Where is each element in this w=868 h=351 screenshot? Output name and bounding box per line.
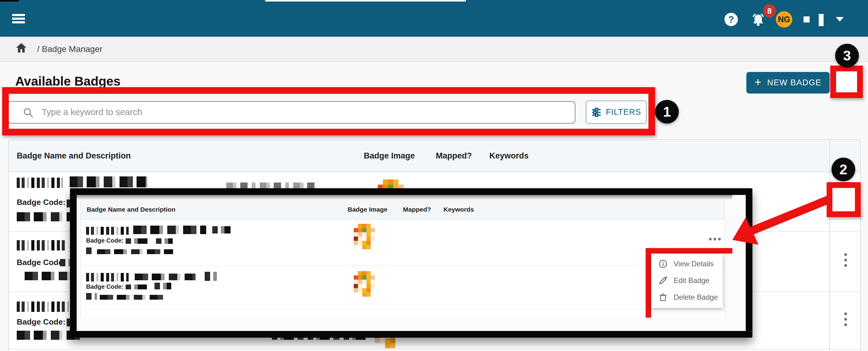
inset-screenshot: Badge Name and Description Badge Image M… (70, 188, 752, 338)
menu-item-edit-badge[interactable]: Edit Badge (651, 272, 723, 289)
row-context-menu: View Details Edit Badge (651, 253, 723, 308)
table-header-row: Badge Name and Description Badge Image M… (9, 140, 860, 172)
redacted-text (60, 259, 70, 266)
redacted-text (126, 284, 147, 289)
badge-code-label: Badge Code: (86, 283, 123, 290)
redacted-text (133, 225, 206, 234)
actions-column-divider (829, 140, 830, 351)
inset-col-header-mapped: Mapped? (403, 199, 431, 219)
hamburger-menu-icon[interactable] (12, 14, 25, 23)
row-actions-kebab[interactable] (841, 253, 850, 267)
badge-image-redacted (354, 224, 375, 249)
annotation-box-2 (827, 182, 861, 217)
pencil-icon (658, 276, 668, 285)
plus-icon: + (754, 76, 762, 89)
inset-row-divider (81, 266, 725, 266)
top-strip-dark (0, 0, 19, 2)
col-header-keywords: Keywords (489, 140, 529, 172)
col-header-image: Badge Image (364, 140, 415, 172)
row-actions-kebab[interactable] (841, 312, 850, 326)
help-icon[interactable]: ? (724, 13, 738, 26)
badge-code-label: Badge Code: (17, 317, 65, 327)
redacted-text (86, 293, 97, 300)
annotation-number-3: 3 (835, 44, 859, 67)
menu-item-view-details[interactable]: View Details (651, 255, 723, 272)
redacted-topbar-item (804, 16, 810, 23)
redacted-text (212, 226, 230, 234)
redacted-topbar-item (819, 14, 824, 26)
redacted-text (97, 249, 173, 254)
inset-row-actions-ellipsis[interactable] (709, 238, 721, 241)
user-avatar[interactable]: NG (776, 11, 792, 28)
inset-body: Badge Name and Description Badge Image M… (76, 195, 732, 318)
redacted-text (70, 176, 147, 187)
redacted-text (135, 274, 195, 280)
redacted-text (25, 272, 70, 280)
menu-item-label: Edit Badge (674, 276, 709, 285)
inset-col-header-keywords: Keywords (443, 199, 474, 219)
redacted-text (86, 247, 95, 254)
redacted-text (86, 227, 129, 235)
page-title: Available Badges (15, 74, 120, 89)
notifications-bell-icon[interactable] (751, 12, 766, 28)
top-app-bar (0, 0, 868, 37)
breadcrumb[interactable]: / Badge Manager (37, 44, 102, 54)
annotation-box-3 (830, 66, 863, 98)
home-icon[interactable] (15, 42, 27, 55)
row-divider (9, 349, 860, 349)
top-strip-light (265, 0, 466, 2)
col-header-mapped: Mapped? (436, 140, 472, 172)
trash-icon (658, 293, 668, 302)
badge-manager-page: ? 8 NG / Badge Manager Available Badges (0, 0, 868, 351)
inset-table-header-row: Badge Name and Description Badge Image M… (81, 199, 725, 220)
inset-col-header-name: Badge Name and Description (87, 199, 176, 219)
info-icon (658, 259, 668, 269)
redacted-text (205, 272, 217, 281)
context-menu-highlight-box: View Details Edit Badge (646, 248, 732, 318)
menu-item-label: View Details (674, 259, 714, 268)
redacted-text (156, 238, 173, 244)
inset-badges-table: Badge Name and Description Badge Image M… (80, 199, 725, 318)
redacted-text (17, 240, 65, 250)
menu-item-delete-badge[interactable]: Delete Badge (651, 289, 723, 306)
annotation-box-1 (2, 87, 655, 135)
redacted-text (17, 302, 70, 312)
new-badge-label: NEW BADGE (767, 78, 822, 87)
new-badge-button[interactable]: + NEW BADGE (746, 72, 830, 94)
menu-item-label: Delete Badge (674, 293, 718, 302)
badge-code-label: Badge Code: (17, 198, 65, 207)
annotation-number-1: 1 (655, 100, 679, 124)
chevron-down-icon[interactable] (836, 17, 844, 22)
annotation-number-2: 2 (832, 157, 855, 181)
inset-col-header-image: Badge Image (348, 199, 388, 219)
col-header-name: Badge Name and Description (17, 140, 131, 172)
redacted-text (126, 238, 148, 244)
breadcrumb-bar (0, 37, 868, 62)
redacted-text (100, 295, 165, 300)
redacted-text (17, 178, 62, 188)
notification-count-badge: 8 (763, 4, 776, 17)
badge-image-redacted (354, 271, 375, 296)
redacted-text (155, 283, 171, 289)
redacted-text (86, 273, 129, 281)
badge-code-label: Badge Code: (86, 237, 123, 244)
badge-code-label: Badge Code: (17, 258, 65, 267)
